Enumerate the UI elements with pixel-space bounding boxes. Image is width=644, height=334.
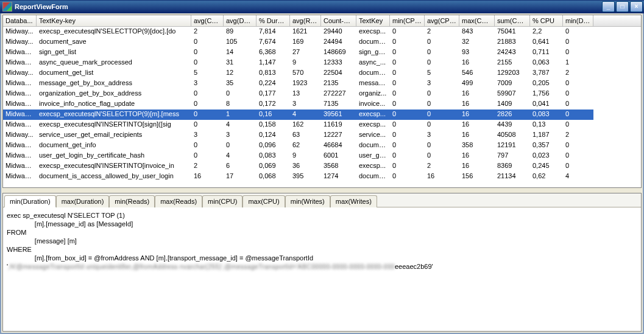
tab-maxwrites[interactable]: max(Writes) — [330, 195, 377, 207]
cell: 5 — [191, 68, 224, 78]
cell: 0,245 — [530, 161, 563, 172]
cell: execsp_executesqlN'SELECTTOP(9)[m].[mess — [37, 110, 191, 120]
table-row[interactable]: MidwayE...document_get_info000,096624668… — [3, 141, 641, 151]
close-button[interactable]: × — [630, 1, 643, 12]
cell: MidwayE... — [3, 141, 37, 151]
cell: 6,368 — [257, 47, 290, 58]
cell: 0 — [563, 78, 593, 89]
table-row[interactable]: Midway...document_get_list5120,813570225… — [3, 68, 641, 78]
table-row[interactable]: MidwayE...async_queue_mark_processed0311… — [3, 58, 641, 68]
tab-minreads[interactable]: min(Reads) — [109, 195, 155, 207]
cell: 36 — [290, 161, 321, 172]
cell: MidwayE... — [3, 78, 37, 89]
tab-maxduration[interactable]: max(Duration) — [56, 195, 110, 207]
column-header[interactable]: avg(CP... — [191, 15, 224, 26]
tab-maxcpu[interactable]: max(CPU) — [242, 195, 285, 207]
table-row[interactable]: Midway...document_save01057,67416924494d… — [3, 37, 641, 47]
column-header[interactable]: % CPU — [530, 15, 563, 26]
cell: 40508 — [495, 130, 530, 141]
cell: 0 — [563, 151, 593, 161]
cell: docume... — [356, 141, 390, 151]
cell: 2,2 — [530, 27, 563, 37]
cell: 16 — [459, 120, 495, 130]
maximize-button[interactable]: □ — [616, 1, 629, 12]
column-header[interactable]: avg(Dur... — [224, 15, 257, 26]
detail-panel: min(Duration)max(Duration)min(Reads)max(… — [2, 193, 642, 332]
column-header[interactable]: TextKey — [356, 15, 390, 26]
table-row[interactable]: Midway...service_user_get_email_recipien… — [3, 130, 641, 141]
cell: 2 — [191, 27, 224, 37]
column-header[interactable]: avg(CPU) — [425, 15, 459, 26]
cell: 0 — [191, 99, 224, 110]
cell: 4 — [224, 120, 257, 130]
tab-mincpu[interactable]: min(CPU) — [202, 195, 242, 207]
titlebar[interactable]: ReportViewForm _ □ × — [0, 0, 644, 13]
table-row[interactable]: MidwayE...sign_get_list0146,36827148669s… — [3, 47, 641, 58]
table-row[interactable]: MidwayE...execsp_executesqlN'INSERTINTO[… — [3, 161, 641, 172]
table-row[interactable]: MidwayE...user_get_login_by_certificate_… — [3, 151, 641, 161]
cell: 2155 — [495, 58, 530, 68]
cell: 17 — [224, 172, 257, 182]
cell: 12 — [224, 68, 257, 78]
grid-body[interactable]: Midway...execsp_executesqlN'SELECTTOP(9)… — [3, 27, 641, 187]
column-header[interactable]: sum(CPU) — [495, 15, 530, 26]
cell: 129203 — [495, 68, 530, 78]
cell: 16 — [425, 172, 459, 182]
cell: document_get_list — [37, 68, 191, 78]
table-row[interactable]: MidwayE...organization_get_by_box_addres… — [3, 89, 641, 99]
cell: 6001 — [321, 151, 356, 161]
cell: 29440 — [321, 27, 356, 37]
cell: 4 — [290, 110, 321, 120]
tab-minduration[interactable]: min(Duration) — [4, 195, 56, 207]
column-header[interactable]: Count-key — [321, 15, 356, 26]
cell: 1621 — [290, 27, 321, 37]
minimize-button[interactable]: _ — [602, 1, 615, 12]
column-header[interactable]: TextKey-key — [37, 15, 191, 26]
table-row[interactable]: MidwayE...execsp_executesqlN'INSERTINTO[… — [3, 120, 641, 130]
sql-text[interactable]: exec sp_executesql N'SELECT TOP (1) [m].… — [3, 207, 641, 331]
cell: 156 — [459, 172, 495, 182]
cell: 4 — [563, 172, 593, 182]
column-header[interactable]: Databa... — [3, 15, 37, 26]
column-header[interactable]: min(Dur... — [563, 15, 593, 26]
cell: 16 — [459, 161, 495, 172]
cell: 5 — [425, 68, 459, 78]
tab-minwrites[interactable]: min(Writes) — [285, 195, 330, 207]
tabbar: min(Duration)max(Duration)min(Reads)max(… — [3, 193, 641, 207]
table-row[interactable]: MidwayE...execsp_executesqlN'SELECTTOP(9… — [3, 110, 641, 120]
cell: 0 — [425, 151, 459, 161]
cell: 0,063 — [530, 58, 563, 68]
table-row[interactable]: MidwayE...document_is_access_allowed_by_… — [3, 172, 641, 182]
column-header[interactable]: min(CPU) — [390, 15, 425, 26]
column-header[interactable]: avg(Re... — [290, 15, 321, 26]
cell: user_get_login_by_certificate_hash — [37, 151, 191, 161]
cell: 0,13 — [530, 120, 563, 130]
cell: 21134 — [495, 172, 530, 182]
cell: 0,711 — [530, 47, 563, 58]
tab-maxreads[interactable]: max(Reads) — [155, 195, 202, 207]
cell: 0 — [425, 99, 459, 110]
cell: 0 — [191, 151, 224, 161]
column-header[interactable]: % Durati... — [257, 15, 290, 26]
cell: 4439 — [495, 120, 530, 130]
cell: 0 — [390, 120, 425, 130]
cell: messag... — [356, 78, 390, 89]
cell: 27 — [290, 47, 321, 58]
cell: 0 — [390, 58, 425, 68]
cell: docume... — [356, 172, 390, 182]
column-header[interactable]: max(CPU) — [459, 15, 495, 26]
cell: 2 — [191, 161, 224, 172]
cell: 16 — [459, 89, 495, 99]
cell: 0 — [191, 120, 224, 130]
cell: 395 — [290, 172, 321, 182]
table-row[interactable]: Midway...execsp_executesqlN'SELECTTOP(9)… — [3, 27, 641, 37]
cell: 1274 — [321, 172, 356, 182]
table-row[interactable]: MidwayE...invoice_info_notice_flag_updat… — [3, 99, 641, 110]
table-row[interactable]: MidwayE...message_get_by_box_address3350… — [3, 78, 641, 89]
cell: 16 — [459, 58, 495, 68]
cell: sign_get_list — [37, 47, 191, 58]
cell: 0 — [191, 110, 224, 120]
data-grid[interactable]: Databa...TextKey-keyavg(CP...avg(Dur...%… — [2, 15, 642, 188]
cell: Midway... — [3, 68, 37, 78]
cell: 162 — [290, 120, 321, 130]
